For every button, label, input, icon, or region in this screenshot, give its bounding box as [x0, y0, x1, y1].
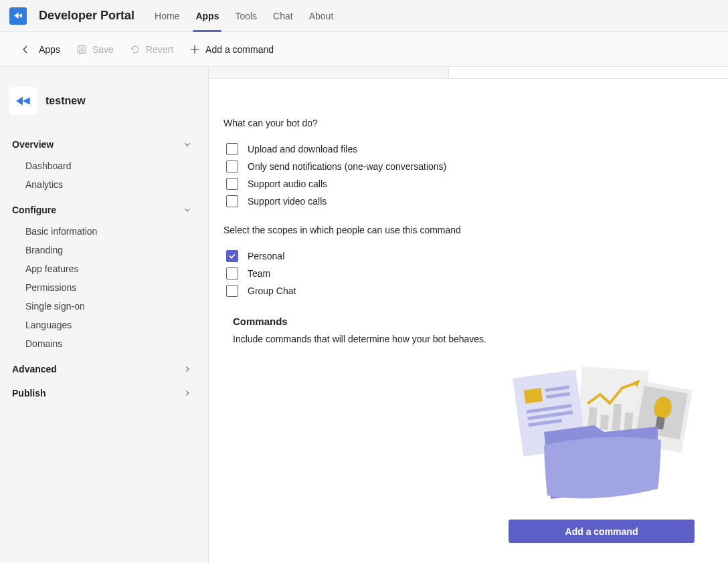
sidebar-header-label: Advanced [12, 364, 57, 374]
sidebar-item-basic-info[interactable]: Basic information [25, 222, 208, 241]
sidebar-header-label: Overview [12, 139, 54, 150]
svg-rect-1 [80, 45, 84, 48]
checkbox-label: Team [248, 268, 270, 279]
svg-rect-0 [78, 45, 86, 53]
back-to-apps[interactable]: Apps [20, 44, 60, 55]
empty-state-illustration [507, 365, 695, 505]
checkbox-icon[interactable] [226, 178, 238, 190]
sidebar-item-app-features[interactable]: App features [25, 259, 208, 278]
revert-icon [130, 44, 141, 55]
sidebar-header-advanced[interactable]: Advanced [9, 357, 208, 381]
sidebar: testnew Overview Dashboard Analytics Con… [0, 67, 209, 563]
svg-rect-2 [79, 50, 84, 53]
top-nav: Home Apps Tools Chat About [148, 0, 340, 32]
sidebar-item-dashboard[interactable]: Dashboard [25, 156, 208, 175]
save-button: Save [76, 44, 114, 55]
chevron-down-icon [183, 205, 192, 215]
checkbox-icon[interactable] [226, 250, 238, 262]
sidebar-header-configure[interactable]: Configure [9, 198, 208, 222]
app-name: testnew [46, 95, 86, 107]
commands-description: Include commands that will determine how… [233, 334, 695, 344]
portal-title: Developer Portal [39, 9, 134, 23]
commands-heading: Commands [233, 316, 695, 327]
nav-home[interactable]: Home [148, 0, 186, 32]
portal-logo [9, 7, 27, 25]
svg-rect-13 [524, 388, 543, 403]
nav-about[interactable]: About [302, 0, 341, 32]
sidebar-header-overview[interactable]: Overview [9, 132, 208, 156]
checkbox-label: Only send notifications (one-way convers… [248, 161, 446, 172]
top-header: Developer Portal Home Apps Tools Chat Ab… [0, 0, 728, 32]
revert-button: Revert [130, 44, 173, 55]
scope-option-group-chat[interactable]: Group Chat [226, 282, 695, 300]
chevron-left-icon [20, 44, 31, 55]
checkbox-label: Support audio calls [248, 179, 327, 189]
checkbox-label: Upload and download files [248, 144, 357, 154]
nav-apps[interactable]: Apps [189, 0, 225, 32]
bot-option-notifications[interactable]: Only send notifications (one-way convers… [226, 158, 695, 175]
body-wrap: testnew Overview Dashboard Analytics Con… [0, 67, 728, 563]
back-label: Apps [39, 44, 60, 55]
bot-option-video[interactable]: Support video calls [226, 193, 695, 210]
checkbox-icon[interactable] [226, 143, 238, 155]
scope-question: Select the scopes in which people can us… [223, 225, 695, 235]
sidebar-header-publish[interactable]: Publish [9, 381, 208, 405]
checkbox-label: Support video calls [248, 196, 327, 207]
save-label: Save [92, 44, 114, 55]
sidebar-header-label: Configure [12, 205, 56, 215]
chevron-down-icon [183, 140, 192, 149]
app-identity: testnew [9, 80, 208, 132]
sidebar-section-publish: Publish [9, 381, 208, 405]
bot-option-upload[interactable]: Upload and download files [226, 140, 695, 158]
checkbox-label: Group Chat [248, 286, 296, 296]
add-command-button[interactable]: Add a command [509, 520, 695, 543]
add-command-label: Add a command [205, 44, 274, 55]
bot-capabilities-question: What can your bot do? [223, 118, 695, 128]
commands-section: Commands Include commands that will dete… [223, 316, 695, 344]
svg-rect-5 [600, 415, 610, 430]
sidebar-section-configure: Configure Basic information Branding App… [9, 198, 208, 357]
sidebar-section-advanced: Advanced [9, 357, 208, 381]
sidebar-item-branding[interactable]: Branding [25, 241, 208, 259]
plus-icon [189, 44, 200, 55]
sidebar-item-domains[interactable]: Domains [25, 334, 208, 353]
sidebar-item-permissions[interactable]: Permissions [25, 278, 208, 297]
bot-option-audio[interactable]: Support audio calls [226, 175, 695, 193]
checkbox-icon[interactable] [226, 285, 238, 297]
sidebar-item-analytics[interactable]: Analytics [25, 175, 208, 194]
sidebar-header-label: Publish [12, 388, 46, 399]
save-icon [76, 44, 87, 55]
app-logo-icon [9, 87, 37, 115]
svg-rect-7 [624, 413, 633, 432]
nav-chat[interactable]: Chat [266, 0, 300, 32]
add-command-toolbar[interactable]: Add a command [189, 44, 274, 55]
chevron-right-icon [183, 388, 192, 398]
id-field-partial[interactable] [448, 67, 728, 79]
sidebar-item-languages[interactable]: Languages [25, 316, 208, 334]
sidebar-item-sso[interactable]: Single sign-on [25, 297, 208, 316]
scope-option-team[interactable]: Team [226, 265, 695, 282]
checkbox-icon[interactable] [226, 267, 238, 279]
scope-option-personal[interactable]: Personal [226, 247, 695, 265]
checkbox-icon[interactable] [226, 195, 238, 207]
main-content: What can your bot do? Upload and downloa… [209, 67, 728, 563]
checkbox-icon[interactable] [226, 160, 238, 173]
revert-label: Revert [146, 44, 173, 55]
command-bar: Apps Save Revert Add a command [0, 32, 728, 67]
chevron-right-icon [183, 364, 192, 374]
nav-tools[interactable]: Tools [228, 0, 264, 32]
checkbox-label: Personal [248, 251, 284, 261]
sidebar-section-overview: Overview Dashboard Analytics [9, 132, 208, 198]
